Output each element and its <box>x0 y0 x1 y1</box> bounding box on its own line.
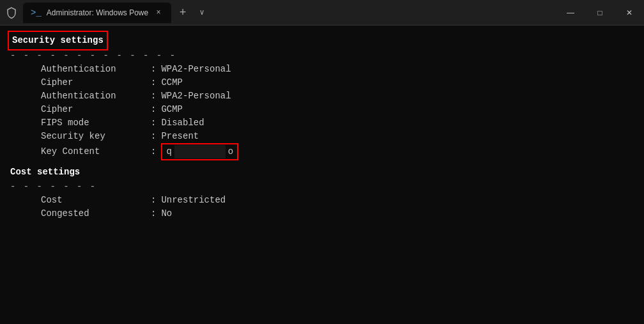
tab-title: Administrator: Windows Powe <box>47 8 148 17</box>
congested-colon: : <box>151 207 156 220</box>
auth2-colon: : <box>151 89 156 103</box>
table-row: Congested : No <box>10 207 634 220</box>
cipher2-value: GCMP <box>161 103 183 116</box>
table-row: Authentication : WPA2-Personal <box>10 63 634 76</box>
cipher1-value: CCMP <box>161 76 183 89</box>
active-tab[interactable]: >_ Administrator: Windows Powe × <box>23 3 171 23</box>
fips-label: FIPS mode <box>10 116 151 130</box>
terminal-content: Security settings - - - - - - - - - - - … <box>0 26 644 324</box>
cipher1-colon: : <box>151 76 156 89</box>
security-settings-heading: Security settings <box>10 33 105 48</box>
fips-value: Disabled <box>161 116 204 130</box>
tab-close-button[interactable]: × <box>153 8 164 18</box>
table-row: Cost : Unrestricted <box>10 194 634 207</box>
auth2-label: Authentication <box>10 89 151 103</box>
table-row: Cipher : GCMP <box>10 103 634 116</box>
tab-dropdown-button[interactable]: ∨ <box>193 4 211 22</box>
new-tab-button[interactable]: + <box>174 4 192 22</box>
congested-value: No <box>161 207 172 220</box>
maximize-button[interactable]: □ <box>585 0 615 26</box>
cost-value: Unrestricted <box>161 194 226 207</box>
cost-settings-heading: Cost settings <box>10 167 80 177</box>
close-button[interactable]: ✕ <box>615 0 644 26</box>
seckey-value: Present <box>161 130 199 143</box>
table-row: Authentication : WPA2-Personal <box>10 89 634 103</box>
cipher1-label: Cipher <box>10 76 151 89</box>
auth2-value: WPA2-Personal <box>161 89 231 103</box>
key-content-colon: : <box>151 145 156 158</box>
key-content-suffix: o <box>228 145 233 158</box>
titlebar: >_ Administrator: Windows Powe × + ∨ — □… <box>0 0 644 26</box>
minimize-button[interactable]: — <box>556 0 585 26</box>
key-content-row: Key Content : q o <box>10 143 634 160</box>
cipher2-colon: : <box>151 103 156 116</box>
fips-colon: : <box>151 116 156 130</box>
key-content-label: Key Content <box>10 145 151 158</box>
seckey-colon: : <box>151 130 156 143</box>
powershell-tab-icon: >_ <box>31 8 42 18</box>
key-content-prefix: q <box>166 145 171 158</box>
table-row: FIPS mode : Disabled <box>10 116 634 130</box>
cost-divider: - - - - - - - <box>10 180 634 194</box>
congested-label: Congested <box>10 207 151 220</box>
auth1-label: Authentication <box>10 63 151 76</box>
cost-colon: : <box>151 194 156 207</box>
cost-label: Cost <box>10 194 151 207</box>
key-content-masked <box>174 145 226 158</box>
window-controls: — □ ✕ <box>556 0 644 26</box>
cipher2-label: Cipher <box>10 103 151 116</box>
spacer <box>10 160 634 166</box>
table-row: Security key : Present <box>10 130 634 143</box>
auth1-value: WPA2-Personal <box>161 63 231 76</box>
seckey-label: Security key <box>10 130 151 143</box>
key-content-value-box: q o <box>161 143 238 160</box>
shield-icon <box>5 6 18 19</box>
table-row: Cipher : CCMP <box>10 76 634 89</box>
security-divider: - - - - - - - - - - - - - <box>10 49 634 63</box>
auth1-colon: : <box>151 63 156 76</box>
